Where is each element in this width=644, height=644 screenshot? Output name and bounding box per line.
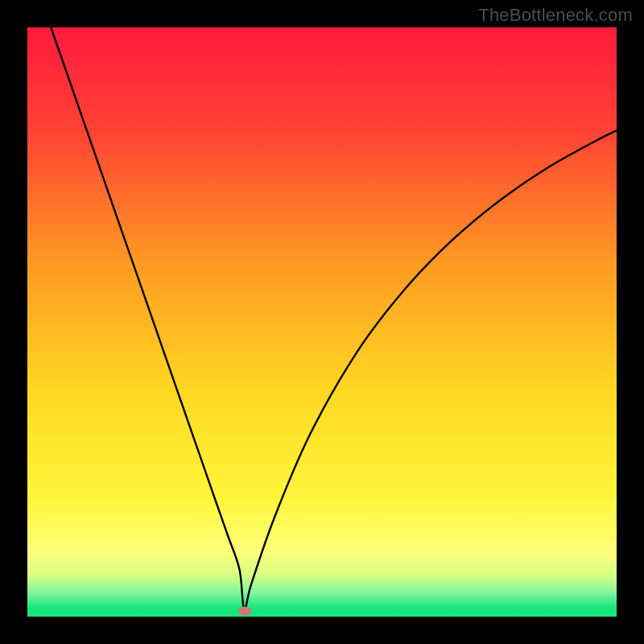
watermark-text: TheBottleneck.com <box>478 5 633 26</box>
svg-rect-0 <box>27 27 617 617</box>
chart-area <box>27 27 617 617</box>
gradient-background <box>27 27 617 617</box>
